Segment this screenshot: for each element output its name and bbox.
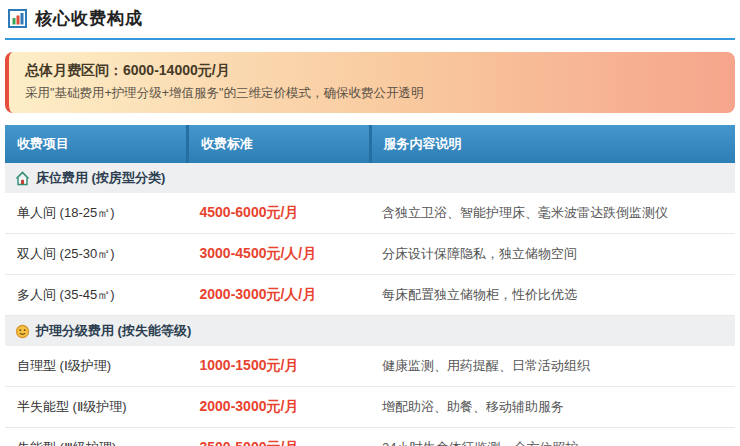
table-row: 失能型 (Ⅲ级护理) 3500-5000元/月 24小时生命体征监测、全方位照护 [5,428,735,446]
column-header-item: 收费项目 [5,125,188,163]
column-header-price: 收费标准 [188,125,371,163]
fee-item: 自理型 (Ⅰ级护理) [5,346,188,387]
page-title: 核心收费构成 [35,7,143,30]
fee-price: 3000-4500元/人/月 [188,234,371,275]
fee-price: 4500-6000元/月 [188,193,371,234]
fee-price: 2000-3000元/人/月 [188,275,371,316]
fee-desc: 含独立卫浴、智能护理床、毫米波雷达跌倒监测仪 [370,193,735,234]
section-title-bar: 核心收费构成 [5,5,735,40]
fee-price: 2000-3000元/月 [188,387,371,428]
table-row: 单人间 (18-25㎡) 4500-6000元/月 含独立卫浴、智能护理床、毫米… [5,193,735,234]
table-row: 多人间 (35-45㎡) 2000-3000元/人/月 每床配置独立储物柜，性价… [5,275,735,316]
bar-chart-icon [8,9,27,28]
section-title: 床位费用 (按房型分类) [36,169,165,187]
fee-desc: 增配助浴、助餐、移动辅助服务 [370,387,735,428]
monthly-fee-summary-box: 总体月费区间：6000-14000元/月 采用"基础费用+护理分级+增值服务"的… [5,52,735,113]
table-row: 双人间 (25-30㎡) 3000-4500元/人/月 分床设计保障隐私，独立储… [5,234,735,275]
fee-desc: 分床设计保障隐私，独立储物空间 [370,234,735,275]
fee-table: 收费项目 收费标准 服务内容说明 床位费用 (按房型分类) [5,125,735,446]
fee-range-text: 总体月费区间：6000-14000元/月 [25,62,719,80]
fee-item: 单人间 (18-25㎡) [5,193,188,234]
table-row: 自理型 (Ⅰ级护理) 1000-1500元/月 健康监测、用药提醒、日常活动组织 [5,346,735,387]
fee-structure-page: 核心收费构成 总体月费区间：6000-14000元/月 采用"基础费用+护理分级… [0,0,740,446]
section-row-bed-fees: 床位费用 (按房型分类) [5,163,735,193]
fee-desc: 24小时生命体征监测、全方位照护 [370,428,735,446]
section-title: 护理分级费用 (按失能等级) [36,322,191,340]
table-header-row: 收费项目 收费标准 服务内容说明 [5,125,735,163]
face-icon [15,324,30,339]
fee-item: 多人间 (35-45㎡) [5,275,188,316]
pricing-model-text: 采用"基础费用+护理分级+增值服务"的三维定价模式，确保收费公开透明 [25,85,719,102]
fee-price: 3500-5000元/月 [188,428,371,446]
column-header-desc: 服务内容说明 [370,125,735,163]
fee-desc: 每床配置独立储物柜，性价比优选 [370,275,735,316]
table-row: 半失能型 (Ⅱ级护理) 2000-3000元/月 增配助浴、助餐、移动辅助服务 [5,387,735,428]
fee-item: 半失能型 (Ⅱ级护理) [5,387,188,428]
fee-price: 1000-1500元/月 [188,346,371,387]
fee-desc: 健康监测、用药提醒、日常活动组织 [370,346,735,387]
fee-item: 双人间 (25-30㎡) [5,234,188,275]
fee-item: 失能型 (Ⅲ级护理) [5,428,188,446]
house-icon [15,171,30,186]
section-row-care-level-fees: 护理分级费用 (按失能等级) [5,316,735,347]
